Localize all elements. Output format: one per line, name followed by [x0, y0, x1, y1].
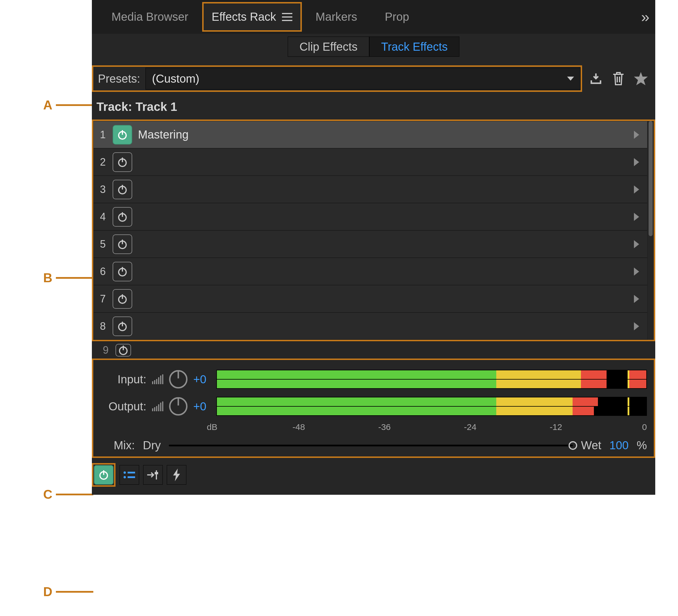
slots-scrollbar[interactable]	[647, 121, 654, 340]
slot-number: 1	[93, 129, 109, 141]
effects-subtabs: Clip Effects Track Effects	[92, 34, 655, 60]
effect-slot-9-peek[interactable]: 9	[92, 341, 655, 358]
callout-b: B	[43, 271, 93, 285]
effects-slots-box: 1 Mastering 2 3 4 5 6 7 8	[92, 119, 655, 341]
apply-to-fader-button[interactable]	[143, 465, 163, 485]
tab-media-browser[interactable]: Media Browser	[98, 0, 202, 34]
effects-rack-panel: Media Browser Effects Rack Markers Prop …	[92, 0, 655, 495]
lightning-icon	[172, 468, 182, 482]
effect-slot-2[interactable]: 2	[93, 148, 647, 176]
subtab-track-effects[interactable]: Track Effects	[369, 37, 459, 57]
effect-slot-3[interactable]: 3	[93, 176, 647, 203]
output-gain-knob[interactable]	[169, 397, 188, 416]
save-preset-button[interactable]	[587, 70, 605, 87]
tabs-overflow-icon[interactable]: »	[641, 0, 649, 34]
svg-point-20	[123, 471, 126, 474]
svg-rect-21	[127, 472, 135, 473]
level-bars-icon	[152, 401, 163, 411]
rack-power-box	[92, 463, 115, 487]
input-gain-value[interactable]: +0	[193, 373, 211, 386]
level-meters-box: Input: +0 Output: +0 dB -48 -36 -24 -12	[92, 358, 655, 458]
slot-power-button[interactable]	[113, 234, 132, 254]
mix-label: Mix:	[100, 439, 135, 452]
slot-power-button[interactable]	[113, 152, 132, 172]
slot-expand-icon[interactable]	[634, 322, 639, 330]
effect-slot-4[interactable]: 4	[93, 203, 647, 230]
slot-number: 7	[93, 293, 109, 305]
tab-markers[interactable]: Markers	[302, 0, 371, 34]
slot-number: 8	[93, 320, 109, 332]
mix-dry-label: Dry	[143, 439, 161, 452]
rack-power-button[interactable]	[94, 465, 113, 485]
input-row: Input: +0	[100, 366, 647, 393]
output-label: Output:	[100, 400, 146, 413]
mix-value[interactable]: 100	[609, 439, 629, 452]
scale-tick: -24	[464, 422, 550, 432]
toggle-list-button[interactable]	[119, 465, 139, 485]
slot-power-button[interactable]	[113, 180, 132, 199]
effect-slot-6[interactable]: 6	[93, 258, 647, 285]
mix-unit: %	[637, 439, 647, 452]
slot-expand-icon[interactable]	[634, 295, 639, 303]
scale-tick: -48	[293, 422, 378, 432]
scale-tick: -36	[378, 422, 464, 432]
mix-row: Mix: Dry Wet 100 %	[100, 432, 647, 452]
slot-expand-icon[interactable]	[634, 186, 639, 194]
tab-effects-rack[interactable]: Effects Rack	[202, 2, 302, 32]
mix-slider[interactable]	[169, 445, 573, 447]
slot-effect-name: Mastering	[136, 128, 634, 141]
callout-c: C	[43, 487, 93, 502]
output-gain-value[interactable]: +0	[193, 400, 211, 413]
panel-menu-icon[interactable]	[282, 13, 292, 21]
input-gain-knob[interactable]	[169, 370, 188, 388]
effect-slot-8[interactable]: 8	[93, 312, 647, 340]
effect-slot-5[interactable]: 5	[93, 230, 647, 258]
slot-number: 5	[93, 238, 109, 250]
slot-power-button[interactable]	[113, 289, 132, 309]
slot-expand-icon[interactable]	[634, 268, 639, 276]
slot-number: 4	[93, 211, 109, 223]
presets-select[interactable]: (Custom)	[145, 68, 581, 89]
scale-tick: 0	[635, 422, 647, 432]
presets-box: Presets: (Custom)	[92, 65, 582, 92]
list-icon	[123, 470, 136, 480]
slot-power-button[interactable]	[115, 344, 131, 356]
slot-expand-icon[interactable]	[634, 131, 639, 139]
delete-preset-button[interactable]	[610, 70, 627, 87]
slot-expand-icon[interactable]	[634, 213, 639, 221]
trash-icon	[612, 71, 625, 86]
footer-toolbar	[92, 458, 655, 495]
presets-row: Presets: (Custom)	[92, 60, 655, 97]
presets-value: (Custom)	[152, 72, 199, 85]
slider-handle[interactable]	[569, 441, 577, 450]
slot-number: 2	[93, 156, 109, 168]
slot-power-button[interactable]	[113, 207, 132, 227]
slot-expand-icon[interactable]	[634, 158, 639, 166]
tab-properties[interactable]: Prop	[371, 0, 423, 34]
scale-tick: -12	[550, 422, 635, 432]
effect-slot-7[interactable]: 7	[93, 285, 647, 312]
process-button[interactable]	[167, 465, 186, 485]
slot-power-button[interactable]	[113, 125, 132, 145]
output-meter	[216, 397, 647, 416]
effect-slot-1[interactable]: 1 Mastering	[93, 121, 647, 148]
input-label: Input:	[100, 373, 146, 386]
slot-number: 3	[93, 184, 109, 196]
svg-rect-23	[127, 476, 135, 478]
effects-slots-list: 1 Mastering 2 3 4 5 6 7 8	[93, 121, 647, 340]
callout-a: A	[43, 98, 93, 112]
track-label: Track: Track 1	[97, 100, 177, 113]
output-row: Output: +0	[100, 393, 647, 420]
meter-scale: dB -48 -36 -24 -12 0	[100, 420, 647, 432]
star-icon	[633, 71, 648, 86]
favorite-button[interactable]	[632, 70, 649, 87]
presets-label: Presets:	[93, 72, 145, 85]
subtab-clip-effects[interactable]: Clip Effects	[288, 37, 370, 57]
slot-expand-icon[interactable]	[634, 240, 639, 248]
slot-power-button[interactable]	[113, 316, 132, 336]
chevron-down-icon	[567, 77, 574, 81]
slot-number: 9	[97, 344, 112, 356]
scrollbar-thumb[interactable]	[649, 121, 653, 236]
slot-power-button[interactable]	[113, 262, 132, 281]
slot-number: 6	[93, 266, 109, 278]
